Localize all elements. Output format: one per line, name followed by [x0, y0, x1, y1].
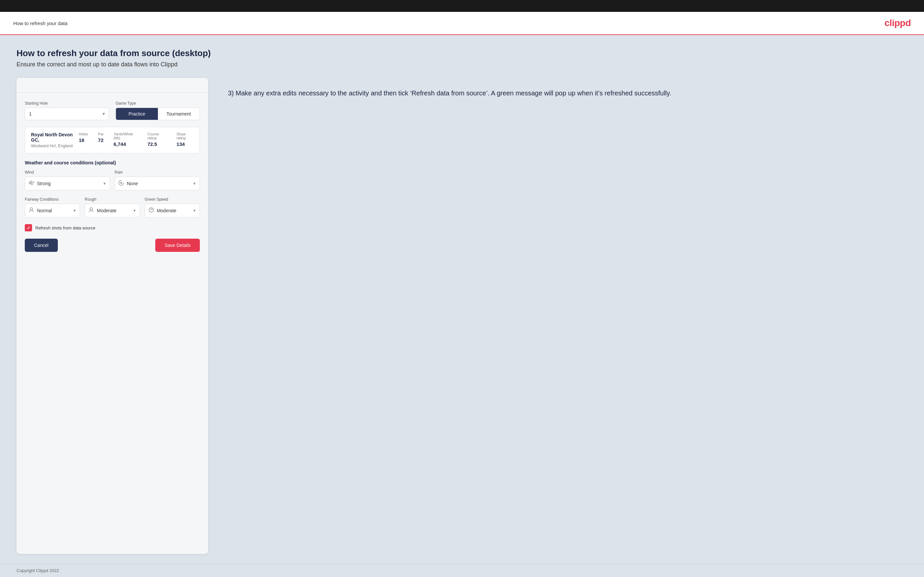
game-type-group: Game Type Practice Tournament	[116, 101, 200, 120]
wind-rain-row: Wind Strong ▼	[25, 170, 200, 190]
main-content: How to refresh your data from source (de…	[0, 35, 924, 564]
course-rating-stat: Course rating 72.5	[147, 132, 166, 147]
course-info-top: Royal North Devon GC, Westward Ho!, Engl…	[31, 132, 194, 148]
fairway-select[interactable]: Normal ▼	[25, 204, 80, 218]
green-speed-icon	[148, 207, 154, 214]
conditions-bottom-row: Fairway Conditions Normal ▼	[25, 197, 200, 218]
rain-label: Rain	[115, 170, 200, 175]
form-panel: Starting Hole 1 10 ▼ Game Type Pract	[16, 78, 208, 554]
holes-stat: Holes 18	[79, 132, 88, 147]
rough-chevron: ▼	[133, 209, 136, 213]
yards-value: 6,744	[114, 141, 126, 147]
rough-label: Rough	[84, 197, 140, 202]
course-name-block: Royal North Devon GC, Westward Ho!, Engl…	[31, 132, 79, 148]
rough-select[interactable]: Moderate ▼	[84, 204, 140, 218]
slope-rating-label: Slope rating	[176, 132, 194, 140]
slope-rating-value: 134	[176, 141, 185, 147]
course-rating-label: Course rating	[147, 132, 166, 140]
wind-group: Wind Strong ▼	[25, 170, 110, 190]
course-info-card: Royal North Devon GC, Westward Ho!, Engl…	[25, 127, 200, 153]
course-location: Westward Ho!, England	[31, 143, 79, 148]
par-label: Par	[98, 132, 104, 136]
page-heading: How to refresh your data from source (de…	[16, 48, 908, 58]
starting-hole-select[interactable]: 1 10	[25, 108, 109, 120]
wind-chevron: ▼	[103, 182, 107, 185]
svg-point-0	[121, 182, 122, 184]
game-type-toggle: Practice Tournament	[116, 108, 200, 120]
rough-group: Rough Moderate ▼	[84, 197, 140, 218]
fairway-value: Normal	[37, 208, 70, 213]
holes-value: 18	[79, 137, 84, 143]
save-button[interactable]: Save Details	[155, 239, 200, 252]
green-speed-label: Green Speed	[145, 197, 200, 202]
rain-value: None	[127, 181, 190, 186]
green-speed-group: Green Speed Moderate ▼	[145, 197, 200, 218]
tournament-button[interactable]: Tournament	[158, 108, 200, 120]
conditions-heading: Weather and course conditions (optional)	[25, 160, 200, 165]
green-speed-select[interactable]: Moderate ▼	[145, 204, 200, 218]
svg-point-4	[90, 208, 93, 210]
form-panel-inner: Starting Hole 1 10 ▼ Game Type Pract	[16, 93, 208, 260]
button-row: Cancel Save Details	[25, 239, 200, 252]
course-stats: Holes 18 Par 72 Yards/White (M)) 6,744	[79, 132, 194, 147]
rain-chevron: ▼	[192, 182, 196, 185]
cancel-button[interactable]: Cancel	[25, 239, 58, 252]
holes-label: Holes	[79, 132, 88, 136]
par-value: 72	[98, 137, 104, 143]
fairway-label: Fairway Conditions	[25, 197, 80, 202]
yards-stat: Yards/White (M)) 6,744	[114, 132, 137, 147]
yards-label: Yards/White (M))	[114, 132, 137, 140]
top-bar	[0, 0, 924, 12]
refresh-row: Refresh shots from data source	[25, 224, 200, 231]
wind-value: Strong	[37, 181, 100, 186]
course-name: Royal North Devon GC,	[31, 132, 79, 143]
form-row-top: Starting Hole 1 10 ▼ Game Type Pract	[25, 101, 200, 120]
logo: clippd	[885, 18, 911, 28]
par-stat: Par 72	[98, 132, 104, 147]
green-speed-value: Moderate	[157, 208, 190, 213]
green-speed-chevron: ▼	[192, 209, 196, 213]
header-title: How to refresh your data	[13, 21, 68, 26]
game-type-label: Game Type	[116, 101, 200, 106]
starting-hole-select-wrapper[interactable]: 1 10 ▼	[25, 108, 109, 120]
slope-rating-stat: Slope rating 134	[176, 132, 194, 147]
refresh-checkbox[interactable]	[25, 224, 32, 231]
instructions-panel: 3) Make any extra edits necessary to the…	[221, 78, 908, 554]
course-rating-value: 72.5	[147, 141, 157, 147]
rain-icon	[118, 180, 124, 187]
wind-label: Wind	[25, 170, 110, 175]
fairway-icon	[28, 207, 34, 214]
copyright-text: Copyright Clippd 2022	[16, 568, 59, 573]
wind-select[interactable]: Strong ▼	[25, 177, 110, 190]
starting-hole-label: Starting Hole	[25, 101, 109, 106]
rain-group: Rain None ▼	[115, 170, 200, 190]
practice-button[interactable]: Practice	[116, 108, 158, 120]
rain-select[interactable]: None ▼	[115, 177, 200, 190]
rough-value: Moderate	[97, 208, 130, 213]
footer: Copyright Clippd 2022	[0, 564, 924, 577]
wind-icon	[28, 180, 34, 187]
content-area: Starting Hole 1 10 ▼ Game Type Pract	[16, 78, 908, 554]
tab-strip	[16, 78, 208, 93]
fairway-chevron: ▼	[73, 209, 76, 213]
refresh-label: Refresh shots from data source	[36, 226, 95, 230]
page-subheading: Ensure the correct and most up to date d…	[16, 61, 908, 68]
header: How to refresh your data clippd	[0, 12, 924, 35]
starting-hole-group: Starting Hole 1 10 ▼	[25, 101, 109, 120]
instructions-text: 3) Make any extra edits necessary to the…	[228, 88, 901, 98]
rough-icon	[88, 207, 94, 214]
svg-point-3	[30, 208, 33, 210]
fairway-group: Fairway Conditions Normal ▼	[25, 197, 80, 218]
